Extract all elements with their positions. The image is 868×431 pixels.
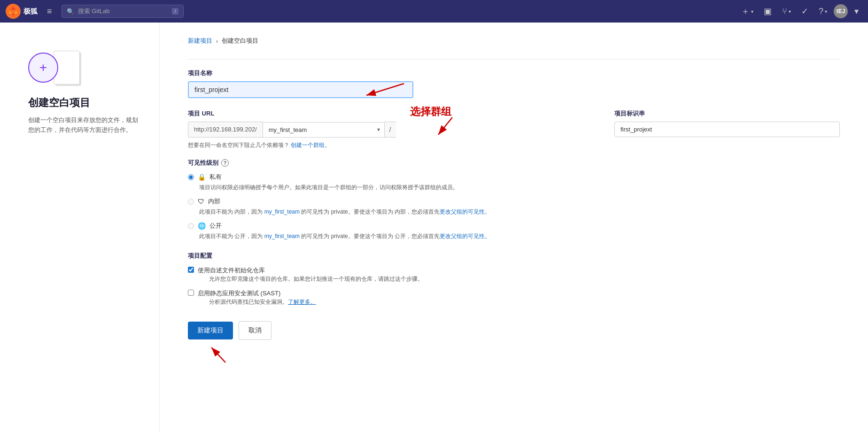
global-search[interactable]: 🔍 搜索 GitLab / [62, 5, 184, 18]
merge-icon: ⑂ [782, 7, 787, 16]
sast-desc: 分析源代码查找已知安全漏洞。了解更多。 [209, 298, 316, 306]
page-container: + 创建空白项目 创建一个空白项目来存放您的文件，规划您的工作，并在代码等方面进… [0, 23, 868, 431]
visibility-private-option: 🔒 私有 项目访问权限必须明确授予每个用户。如果此项目是一个群组的一部分，访问权… [188, 173, 840, 192]
button-row: 新建项目 取消 [188, 321, 840, 340]
url-group-wrapper: my_first_team ▾ [263, 122, 385, 138]
create-group-link[interactable]: 创建一个群组。 [291, 142, 330, 148]
left-description: 创建一个空白项目来存放您的文件，规划您的工作，并在代码等方面进行合作。 [28, 115, 140, 135]
project-name-section: 项目名称 [188, 69, 840, 98]
hamburger-button[interactable]: ≡ [43, 5, 56, 18]
visibility-private-row: 🔒 私有 [188, 173, 840, 181]
create-icon-circle: + [28, 53, 58, 83]
url-slash: / [385, 122, 396, 138]
svg-point-0 [6, 4, 21, 19]
breadcrumb-current: 创建空白项目 [222, 37, 258, 45]
visibility-section: 可见性级别 ? 🔒 私有 项目访问权限必须明确授予每个用户。如果此项目是一个群组… [188, 159, 840, 240]
globe-icon: 🌐 [198, 222, 206, 230]
chevron-down-icon: ▾ [751, 9, 753, 14]
visibility-label: 可见性级别 [188, 159, 218, 167]
help-icon: ? [819, 7, 823, 16]
left-icon-area: + [28, 51, 140, 85]
change-visibility-link-public[interactable]: 更改父组的可见性。 [440, 233, 490, 239]
init-repo-content: 使用自述文件初始化仓库 允许您立即克隆这个项目的仓库。如果您计划推送一个现有的仓… [198, 266, 423, 283]
search-icon: 🔍 [67, 8, 74, 15]
create-new-button[interactable]: ＋ ▾ [737, 4, 757, 19]
breadcrumb-separator: › [216, 38, 218, 45]
url-group-select[interactable]: my_first_team [263, 122, 385, 138]
svg-line-12 [211, 347, 225, 362]
visibility-internal-radio[interactable] [188, 199, 194, 205]
merge-requests-button[interactable]: ⑂ ▾ [778, 5, 795, 18]
nav-icons: ＋ ▾ ▣ ⑂ ▾ ✓ ? ▾ tEJ ▾ [737, 4, 862, 19]
init-repo-checkbox[interactable] [188, 267, 194, 273]
breadcrumb-parent[interactable]: 新建项目 [188, 37, 212, 45]
search-placeholder: 搜索 GitLab [78, 7, 110, 15]
arrow-annotation-3 [207, 343, 244, 366]
init-repo-row: 使用自述文件初始化仓库 允许您立即克隆这个项目的仓库。如果您计划推送一个现有的仓… [188, 266, 840, 283]
visibility-private-radio[interactable] [188, 174, 194, 180]
init-repo-desc: 允许您立即克隆这个项目的仓库。如果您计划推送一个现有的仓库，请跳过这个步骤。 [209, 275, 423, 283]
visibility-internal-label: 内部 [208, 197, 220, 206]
config-title: 项目配置 [188, 252, 840, 260]
project-id-input[interactable] [614, 122, 840, 137]
shield-icon: 🛡 [198, 198, 204, 205]
visibility-public-row: 🌐 公开 [188, 222, 840, 230]
config-section: 项目配置 使用自述文件初始化仓库 允许您立即克隆这个项目的仓库。如果您计划推送一… [188, 252, 840, 306]
breadcrumb: 新建项目 › 创建空白项目 [188, 37, 840, 45]
internal-group-link[interactable]: my_first_team [264, 208, 300, 215]
right-panel: 新建项目 › 创建空白项目 项目名称 [160, 23, 868, 431]
visibility-private-label: 私有 [209, 173, 222, 181]
visibility-private-desc: 项目访问权限必须明确授予每个用户。如果此项目是一个群组的一部分，访问权限将授予该… [199, 183, 840, 192]
avatar-chevron-icon[interactable]: ▾ [851, 4, 862, 18]
arrow-annotation-2 [434, 115, 471, 143]
left-panel: + 创建空白项目 创建一个空白项目来存放您的文件，规划您的工作，并在代码等方面进… [0, 23, 160, 431]
submit-button[interactable]: 新建项目 [188, 322, 233, 339]
visibility-public-option: 🌐 公开 此项目不能为 公开，因为 my_first_team 的可见性为 pr… [188, 222, 840, 240]
id-section: 项目标识串 [614, 109, 840, 137]
visibility-internal-desc: 此项目不能为 内部，因为 my_first_team 的可见性为 private… [199, 208, 840, 216]
url-label: 项目 URL [188, 109, 603, 118]
id-label: 项目标识串 [614, 109, 840, 118]
topnav: 极狐 ≡ 🔍 搜索 GitLab / ＋ ▾ ▣ ⑂ ▾ ✓ ? ▾ tEJ ▾ [0, 0, 868, 23]
left-title: 创建空白项目 [28, 96, 140, 110]
url-full-row: http://192.168.199.202/ my_first_team ▾ … [188, 122, 603, 138]
visibility-help-icon[interactable]: ? [221, 159, 229, 167]
plus-icon: + [39, 60, 47, 75]
sast-learn-more-link[interactable]: 了解更多。 [288, 299, 316, 305]
user-avatar[interactable]: tEJ [834, 4, 848, 18]
sast-label: 启用静态应用安全测试 (SAST) [198, 290, 280, 297]
visibility-public-label: 公开 [209, 222, 222, 230]
todos-button[interactable]: ✓ [798, 4, 812, 18]
sast-checkbox[interactable] [188, 290, 194, 296]
sast-content: 启用静态应用安全测试 (SAST) 分析源代码查找已知安全漏洞。了解更多。 [198, 289, 316, 306]
slash-badge: / [172, 8, 178, 15]
fox-icon [6, 4, 21, 19]
help-text: 想要在同一命名空间下阻止几个依赖项？ 创建一个群组。 [188, 141, 603, 149]
svg-line-10 [438, 117, 452, 135]
sast-row: 启用静态应用安全测试 (SAST) 分析源代码查找已知安全漏洞。了解更多。 [188, 289, 840, 306]
visibility-internal-row: 🛡 内部 [188, 197, 840, 206]
chevron-down-icon: ▾ [789, 9, 791, 14]
issues-button[interactable]: ▣ [760, 4, 775, 18]
init-repo-label: 使用自述文件初始化仓库 [198, 267, 265, 274]
url-base: http://192.168.199.202/ [188, 122, 263, 138]
visibility-public-desc: 此项目不能为 公开，因为 my_first_team 的可见性为 private… [199, 232, 840, 240]
project-name-label: 项目名称 [188, 69, 840, 77]
url-section: 项目 URL http://192.168.199.202/ my_first_… [188, 109, 603, 159]
arrow-annotation-1 [362, 81, 418, 105]
help-button[interactable]: ? ▾ [815, 5, 831, 18]
cancel-button[interactable]: 取消 [239, 321, 271, 340]
visibility-header: 可见性级别 ? [188, 159, 840, 167]
check-icon: ✓ [801, 6, 808, 16]
change-visibility-link-internal[interactable]: 更改父组的可见性。 [440, 208, 490, 215]
plus-icon: ＋ [741, 6, 750, 17]
lock-icon: 🔒 [198, 173, 206, 181]
public-group-link[interactable]: my_first_team [264, 233, 300, 239]
chevron-down-icon: ▾ [825, 9, 827, 14]
screen-icon: ▣ [764, 6, 772, 16]
svg-line-8 [366, 84, 404, 95]
logo[interactable]: 极狐 [6, 4, 38, 19]
visibility-public-radio[interactable] [188, 223, 194, 229]
logo-text: 极狐 [23, 7, 38, 16]
visibility-internal-option: 🛡 内部 此项目不能为 内部，因为 my_first_team 的可见性为 pr… [188, 197, 840, 216]
